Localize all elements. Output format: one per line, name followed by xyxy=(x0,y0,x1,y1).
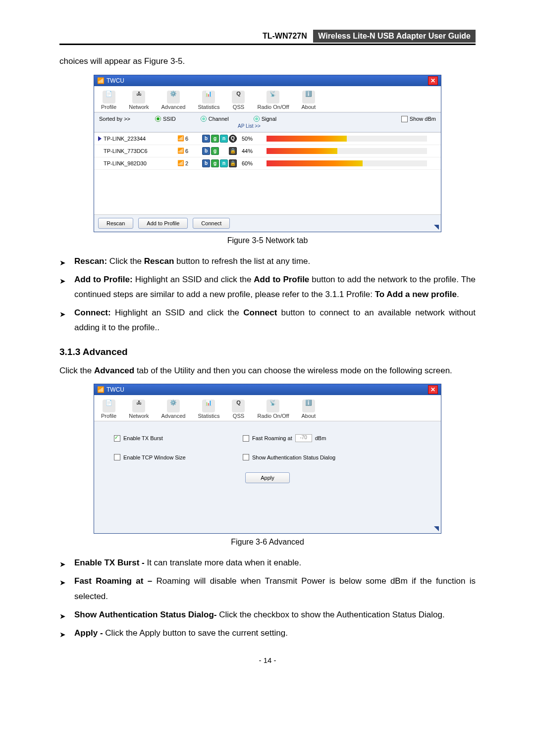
tab-statistics[interactable]: 📊Statistics xyxy=(198,399,219,419)
ap-row[interactable]: TP-LINK_982D30 📶2 b g n 🔒 60% xyxy=(94,157,441,170)
apply-button[interactable]: Apply xyxy=(245,472,290,483)
tab-radio[interactable]: 📡Radio On/Off xyxy=(257,399,289,419)
tab-about[interactable]: ℹ️About xyxy=(301,90,316,110)
figure-caption: Figure 3-6 Advanced xyxy=(59,538,476,547)
bullet-arrow-icon: ➤ xyxy=(59,274,67,302)
tab-network[interactable]: 🖧Network xyxy=(129,90,149,110)
resize-grip-icon[interactable] xyxy=(434,225,439,230)
tab-network[interactable]: 🖧Network xyxy=(129,399,149,419)
rescan-button[interactable]: Rescan xyxy=(98,218,133,229)
tab-profile[interactable]: 📄Profile xyxy=(101,399,116,419)
ap-channel: 2 xyxy=(185,160,188,166)
checkbox-label: Show Authentication Status Dialog xyxy=(252,454,335,460)
tab-radio[interactable]: 📡Radio On/Off xyxy=(257,90,289,110)
sorted-by-label: Sorted by >> xyxy=(99,116,130,122)
checkbox-label: Enable TCP Window Size xyxy=(123,454,186,460)
mode-g-icon: g xyxy=(211,159,219,167)
ap-row[interactable]: TP-LINK_773DC6 📶6 b g 🔒 44% xyxy=(94,145,441,157)
bullet-text: Fast Roaming at – Roaming will disable w… xyxy=(74,574,476,604)
tab-label: Network xyxy=(129,413,149,419)
checkbox-label: Enable TX Burst xyxy=(123,435,163,441)
sort-ssid-radio[interactable]: SSID xyxy=(155,116,176,122)
qss-icon: Q xyxy=(229,135,237,143)
twcu-network-window: 📶 TWCU ✕ 📄Profile 🖧Network ⚙️Advanced 📊S… xyxy=(94,75,441,232)
close-icon[interactable]: ✕ xyxy=(428,76,438,85)
ap-signal-pct: 44% xyxy=(242,148,262,154)
sort-signal-radio[interactable]: Signal xyxy=(254,116,277,122)
tab-advanced[interactable]: ⚙️Advanced xyxy=(161,399,186,419)
radio-label: Signal xyxy=(262,116,277,122)
tab-advanced[interactable]: ⚙️Advanced xyxy=(161,90,186,110)
mode-b-icon: b xyxy=(202,159,210,167)
bullet-list: ➤ Enable TX Burst - It can translate mor… xyxy=(59,555,476,641)
ap-row[interactable]: TP-LINK_223344 📶6 b g n Q 50% xyxy=(94,133,441,145)
doc-header: TL-WN727N Wireless Lite-N USB Adapter Us… xyxy=(59,30,476,45)
tab-qss[interactable]: QQSS xyxy=(232,90,245,110)
bullet-text: Rescan: Click the Rescan button to refre… xyxy=(74,254,310,269)
add-to-profile-button[interactable]: Add to Profile xyxy=(138,218,188,229)
tab-label: Advanced xyxy=(161,413,186,419)
mode-n-icon: n xyxy=(220,159,228,167)
bullet-arrow-icon: ➤ xyxy=(59,307,67,336)
figure-caption: Figure 3-5 Network tab xyxy=(59,236,476,245)
radio-label: SSID xyxy=(163,116,176,122)
bullet-arrow-icon: ➤ xyxy=(59,576,67,604)
bullet-text: Show Authentication Status Dialog- Click… xyxy=(74,607,445,623)
lock-icon: 🔒 xyxy=(229,147,237,155)
fast-roaming-dbm-input[interactable]: -70 xyxy=(295,434,312,442)
mode-n-icon: n xyxy=(220,135,228,143)
bullet-arrow-icon: ➤ xyxy=(59,609,67,623)
enable-tcp-window-checkbox[interactable] xyxy=(114,454,120,460)
ap-list-label: AP List >> xyxy=(238,123,436,129)
antenna-icon: 📶 xyxy=(177,160,184,166)
ap-signal-pct: 60% xyxy=(242,160,262,166)
signal-bar xyxy=(267,160,427,166)
tab-label: QSS xyxy=(233,104,244,110)
tab-statistics[interactable]: 📊Statistics xyxy=(198,90,219,110)
close-icon[interactable]: ✕ xyxy=(428,385,438,394)
ap-ssid: TP-LINK_982D30 xyxy=(104,160,147,166)
enable-tx-burst-checkbox[interactable] xyxy=(114,435,120,442)
ap-list: TP-LINK_223344 📶6 b g n Q 50% TP-LINK_77… xyxy=(94,132,441,214)
bullet-arrow-icon: ➤ xyxy=(59,256,67,269)
window-titlebar: 📶 TWCU ✕ xyxy=(94,384,441,395)
bullet-list: ➤ Rescan: Click the Rescan button to ref… xyxy=(59,254,476,336)
tab-label: Profile xyxy=(101,104,116,110)
tab-label: QSS xyxy=(233,413,244,419)
tab-bar: 📄Profile 🖧Network ⚙️Advanced 📊Statistics… xyxy=(94,86,441,112)
tab-label: Radio On/Off xyxy=(257,104,289,110)
mode-g-icon: g xyxy=(211,147,219,155)
tab-bar: 📄Profile 🖧Network ⚙️Advanced 📊Statistics… xyxy=(94,395,441,421)
section-heading: 3.1.3 Advanced xyxy=(59,347,476,357)
fast-roaming-checkbox[interactable] xyxy=(243,435,249,442)
tab-qss[interactable]: QQSS xyxy=(232,399,245,419)
tab-label: Advanced xyxy=(161,104,186,110)
bullet-text: Connect: Highlight an SSID and click the… xyxy=(74,305,476,336)
bullet-text: Apply - Click the Apply button to save t… xyxy=(74,626,288,641)
tab-label: Profile xyxy=(101,413,116,419)
window-title: TWCU xyxy=(107,384,124,395)
dbm-unit: dBm xyxy=(315,435,326,441)
ap-channel: 6 xyxy=(185,148,188,154)
antenna-icon: 📶 xyxy=(177,148,184,154)
checkbox-label: Fast Roaming at xyxy=(252,435,292,441)
mode-b-icon: b xyxy=(202,135,210,143)
show-dbm-checkbox[interactable]: Show dBm xyxy=(401,116,436,122)
signal-bar xyxy=(267,148,427,154)
app-icon: 📶 xyxy=(97,75,105,86)
connect-button[interactable]: Connect xyxy=(193,218,230,229)
show-auth-dialog-checkbox[interactable] xyxy=(243,454,249,460)
model-label: TL-WN727N xyxy=(263,32,307,41)
app-icon: 📶 xyxy=(97,384,105,395)
resize-grip-icon[interactable] xyxy=(434,526,439,531)
tab-about[interactable]: ℹ️About xyxy=(301,399,316,419)
bullet-arrow-icon: ➤ xyxy=(59,557,67,571)
ap-signal-pct: 50% xyxy=(242,136,262,142)
tab-label: About xyxy=(301,104,316,110)
sort-channel-radio[interactable]: Channel xyxy=(201,116,229,122)
lock-icon: 🔒 xyxy=(229,159,237,167)
tab-label: About xyxy=(301,413,316,419)
tab-profile[interactable]: 📄Profile xyxy=(101,90,116,110)
twcu-advanced-window: 📶 TWCU ✕ 📄Profile 🖧Network ⚙️Advanced 📊S… xyxy=(94,384,441,534)
ap-ssid: TP-LINK_223344 xyxy=(104,136,146,142)
